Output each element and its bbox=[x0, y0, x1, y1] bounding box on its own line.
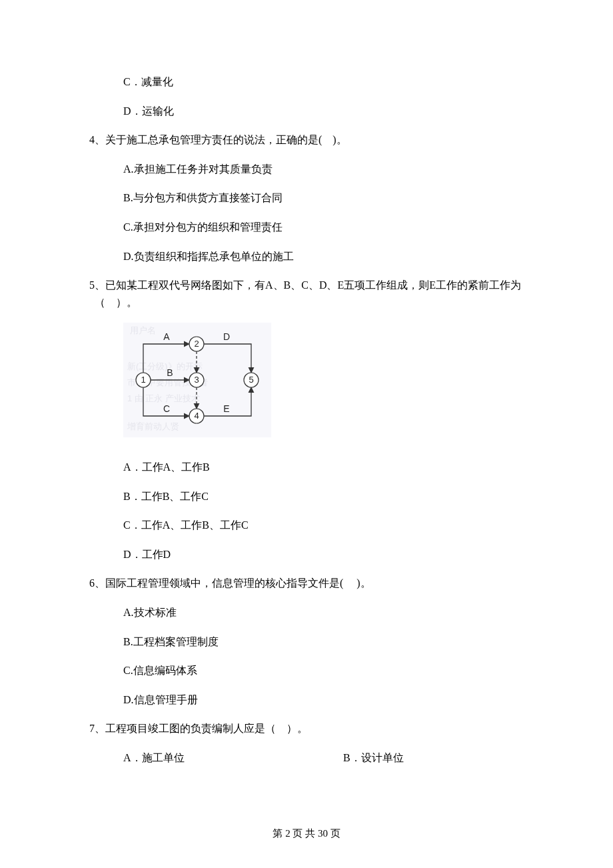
node-1: 1 bbox=[141, 375, 145, 385]
page: C．减量化 D．运输化 4、关于施工总承包管理方责任的说法，正确的是( )。 A… bbox=[0, 0, 613, 868]
q7-stem: 7、工程项目竣工图的负责编制人应是（ ）。 bbox=[87, 720, 526, 737]
q4-option-c: C.承担对分包方的组织和管理责任 bbox=[87, 219, 526, 236]
q6-option-b: B.工程档案管理制度 bbox=[87, 633, 526, 651]
q5-diagram: 用户名 新(工分级)》的开标 市 正中要用管投资者 1 由 正永 产业技术 增育… bbox=[87, 323, 526, 443]
svg-text:1 由 正永 产业技术: 1 由 正永 产业技术 bbox=[127, 393, 200, 403]
q7-option-b: B．设计单位 bbox=[343, 749, 526, 767]
node-3: 3 bbox=[194, 375, 199, 385]
q7-options-row: A．施工单位 B．设计单位 bbox=[87, 749, 526, 767]
svg-text:新(工分级)》的开标: 新(工分级)》的开标 bbox=[127, 361, 203, 371]
q5-option-d: D．工作D bbox=[87, 546, 526, 563]
edge-label-b: B bbox=[167, 367, 173, 378]
q5-option-b: B．工作B、工作C bbox=[87, 488, 526, 505]
edge-label-a: A bbox=[163, 331, 170, 342]
q4-option-d: D.负责组织和指挥总承包单位的施工 bbox=[87, 248, 526, 265]
q4-option-a: A.承担施工任务并对其质量负责 bbox=[87, 161, 526, 178]
q6-option-d: D.信息管理手册 bbox=[87, 691, 526, 709]
network-diagram-svg: 用户名 新(工分级)》的开标 市 正中要用管投资者 1 由 正永 产业技术 增育… bbox=[123, 323, 271, 437]
q3-option-d: D．运输化 bbox=[87, 103, 526, 120]
edge-label-c: C bbox=[163, 403, 170, 414]
q7-option-a: A．施工单位 bbox=[123, 749, 343, 767]
edge-label-e: E bbox=[223, 403, 229, 414]
q4-stem: 4、关于施工总承包管理方责任的说法，正确的是( )。 bbox=[87, 131, 526, 149]
q6-stem: 6、国际工程管理领域中，信息管理的核心指导文件是( )。 bbox=[87, 575, 526, 592]
node-5: 5 bbox=[249, 375, 253, 385]
q5-option-a: A．工作A、工作B bbox=[87, 459, 526, 476]
edge-label-d: D bbox=[223, 331, 230, 342]
q6-option-a: A.技术标准 bbox=[87, 604, 526, 621]
q5-option-c: C．工作A、工作B、工作C bbox=[87, 517, 526, 534]
page-footer: 第 2 页 共 30 页 bbox=[0, 825, 613, 841]
q5-stem: 5、已知某工程双代号网络图如下，有A、B、C、D、E五项工作组成，则E工作的紧前… bbox=[87, 277, 526, 311]
svg-text:增育前动人贤: 增育前动人贤 bbox=[127, 421, 179, 431]
node-4: 4 bbox=[194, 411, 199, 421]
svg-text:用户名: 用户名 bbox=[130, 325, 156, 335]
q4-option-b: B.与分包方和供货方直接签订合同 bbox=[87, 189, 526, 207]
node-2: 2 bbox=[194, 339, 199, 349]
q6-option-c: C.信息编码体系 bbox=[87, 662, 526, 679]
q3-option-c: C．减量化 bbox=[87, 73, 526, 91]
